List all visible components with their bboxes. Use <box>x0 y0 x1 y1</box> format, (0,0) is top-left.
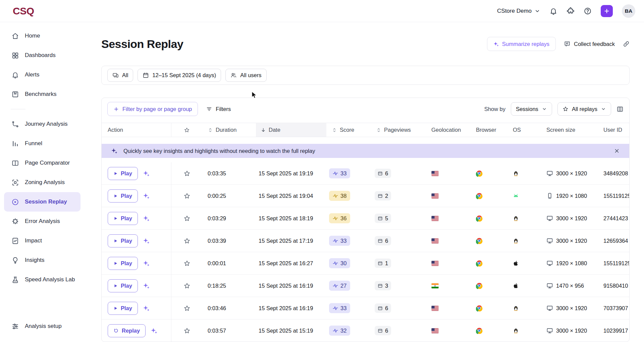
sidebar-item-session-replay[interactable]: Session Replay <box>4 192 80 212</box>
summarize-row-button[interactable] <box>143 260 150 267</box>
os-icon <box>513 260 519 266</box>
favorite-star-button[interactable] <box>183 237 191 244</box>
screen-size-cell: 3000 × 1920 <box>538 230 595 252</box>
feedback-icon <box>564 41 571 47</box>
column-duration[interactable]: Duration <box>202 123 256 137</box>
copy-link-button[interactable] <box>623 41 630 47</box>
user-id-cell: 10239917 <box>595 320 629 342</box>
summarize-row-button[interactable] <box>143 215 150 222</box>
sidebar-item-speed-analysis-lab[interactable]: Speed Analysis Lab <box>0 270 85 289</box>
table-row[interactable]: Play 0:00:25 15 Sept 2025 at 19:04 38 2 <box>102 185 629 207</box>
favorite-star-button[interactable] <box>183 305 191 312</box>
sidebar-item-insights[interactable]: Insights <box>0 250 85 270</box>
favorite-star-button[interactable] <box>183 327 191 334</box>
sidebar-item-journey-analysis[interactable]: Journey Analysis <box>0 114 85 134</box>
os-icon <box>513 305 519 311</box>
replay-icon <box>113 328 119 333</box>
sidebar-item-error-analysis[interactable]: Error Analysis <box>0 212 85 231</box>
favorite-star-button[interactable] <box>183 170 191 177</box>
sidebar-item-impact[interactable]: Impact <box>0 231 85 250</box>
replays-filter-select[interactable]: All replays <box>557 102 611 116</box>
sidebar-item-benchmarks[interactable]: Benchmarks <box>0 84 85 104</box>
play-button[interactable]: Play <box>108 257 138 270</box>
table-row[interactable]: Play 0:18:25 15 Sept 2025 at 16:19 27 3 <box>102 275 629 297</box>
user-avatar[interactable]: BA <box>622 4 635 18</box>
favorite-star-button[interactable] <box>183 192 191 199</box>
score-badge: 33 <box>329 168 350 178</box>
summarize-replays-button[interactable]: Summarize replays <box>487 37 556 51</box>
apps-button[interactable] <box>601 5 613 17</box>
banner-close-button[interactable] <box>614 148 620 154</box>
column-browser: Browser <box>467 123 503 137</box>
sidebar-item-alerts[interactable]: Alerts <box>0 65 85 84</box>
column-user-id: User ID <box>595 123 629 137</box>
favorite-star-button[interactable] <box>183 282 191 289</box>
duration-cell: 0:03:29 <box>202 207 256 229</box>
help-button[interactable] <box>584 7 592 15</box>
table-row[interactable]: Play 0:03:35 15 Sept 2025 at 19:19 33 6 <box>102 162 629 185</box>
table-row[interactable]: Play 0:03:39 15 Sept 2025 at 17:19 33 6 <box>102 230 629 252</box>
home-icon <box>11 32 19 40</box>
sidebar-item-zoning-analysis[interactable]: Zoning Analysis <box>0 173 85 192</box>
summarize-row-button[interactable] <box>143 305 150 312</box>
sidebar-item-analysis-setup[interactable]: Analysis setup <box>0 317 85 336</box>
show-by-select[interactable]: Sessions <box>511 102 552 116</box>
favorite-star-button[interactable] <box>183 260 191 267</box>
summarize-row-button[interactable] <box>143 237 150 244</box>
sidebar-item-home[interactable]: Home <box>0 26 85 46</box>
sidebar-item-page-comparator[interactable]: Page Comparator <box>0 153 85 173</box>
summarize-row-button[interactable] <box>143 192 150 199</box>
zoning-icon <box>11 179 19 186</box>
table-row[interactable]: Play 0:00:01 15 Sept 2025 at 16:27 30 1 <box>102 252 629 275</box>
filter-by-page-button[interactable]: Filter by page or page group <box>107 102 198 116</box>
play-button[interactable]: Play <box>108 212 138 225</box>
date-cell: 15 Sept 2025 at 15:19 <box>256 320 326 342</box>
integrations-button[interactable] <box>567 7 575 15</box>
favorite-star-button[interactable] <box>183 215 191 222</box>
score-badge: 33 <box>329 303 350 313</box>
date-cell: 15 Sept 2025 at 17:19 <box>256 230 326 252</box>
play-button[interactable]: Play <box>108 279 138 292</box>
star-icon <box>183 192 191 199</box>
play-button[interactable]: Replay <box>108 324 146 337</box>
os-cell <box>503 162 538 184</box>
column-date[interactable]: Date <box>256 123 326 137</box>
workspace-selector[interactable]: CStore Demo <box>497 8 540 14</box>
sparkle-icon <box>143 260 150 267</box>
sidebar-item-funnel[interactable]: Funnel <box>0 134 85 153</box>
column-settings-button[interactable] <box>616 106 624 113</box>
segment-filter-button[interactable]: All <box>107 69 133 82</box>
score-badge: 33 <box>329 236 350 246</box>
users-filter-button[interactable]: All users <box>225 69 266 82</box>
chevron-down-icon <box>601 106 606 112</box>
column-score[interactable]: Score <box>326 123 373 137</box>
browser-icon <box>476 192 483 199</box>
score-badge: 30 <box>329 258 350 268</box>
filter-icon <box>206 106 212 112</box>
page-comparator-icon <box>11 159 19 167</box>
date-range-button[interactable]: 12–15 Sept 2025 (4 days) <box>138 69 221 82</box>
chevron-down-icon <box>534 8 540 14</box>
collect-feedback-button[interactable]: Collect feedback <box>564 41 615 47</box>
play-button[interactable]: Play <box>108 302 138 315</box>
sidebar-item-dashboards[interactable]: Dashboards <box>0 46 85 65</box>
table-row[interactable]: Replay 0:03:57 15 Sept 2025 at 15:19 32 … <box>102 320 629 342</box>
insights-banner: Quickly see key insights and highlights … <box>102 144 629 158</box>
notifications-button[interactable] <box>549 7 557 15</box>
screen-size-cell: 1470 × 956 <box>538 275 595 297</box>
column-favorite[interactable] <box>171 123 202 137</box>
summarize-row-button[interactable] <box>151 327 158 334</box>
play-button[interactable]: Play <box>108 189 138 203</box>
sparkle-icon <box>143 305 150 312</box>
user-id-cell: 34849208 <box>595 162 629 184</box>
table-row[interactable]: Play 0:03:29 15 Sept 2025 at 18:19 36 5 <box>102 207 629 230</box>
summarize-row-button[interactable] <box>143 170 150 177</box>
browser-icon <box>476 170 483 177</box>
play-button[interactable]: Play <box>108 234 138 247</box>
play-button[interactable]: Play <box>108 167 138 180</box>
filters-button[interactable]: Filters <box>206 106 231 112</box>
summarize-row-button[interactable] <box>143 282 150 289</box>
table-row[interactable]: Play 0:03:46 15 Sept 2025 at 16:19 33 6 <box>102 297 629 320</box>
device-icon <box>546 170 553 177</box>
column-pageviews[interactable]: Pageviews <box>373 123 422 137</box>
